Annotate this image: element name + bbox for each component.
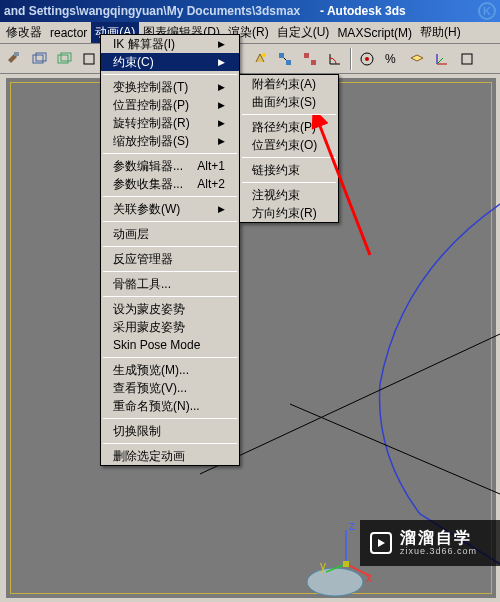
tool-hammer[interactable] [2, 47, 26, 71]
menu-separator [103, 196, 237, 197]
watermark: 溜溜自学 zixue.3d66.com [360, 520, 500, 566]
svg-point-23 [365, 57, 369, 61]
menu-customize[interactable]: 自定义(U) [273, 22, 334, 43]
menu-item[interactable]: 位置控制器(P)▶ [101, 96, 239, 114]
menu-separator [242, 182, 336, 183]
svg-rect-1 [33, 55, 43, 63]
menu-help[interactable]: 帮助(H) [416, 22, 465, 43]
svg-line-19 [284, 58, 286, 60]
submenu-arrow-icon: ▶ [210, 82, 225, 92]
svg-point-16 [262, 53, 266, 57]
submenu-arrow-icon: ▶ [210, 57, 225, 67]
svg-rect-5 [84, 54, 94, 64]
tool-box2[interactable] [52, 47, 76, 71]
submenu-item[interactable]: 位置约束(O) [240, 136, 338, 154]
tool-layer[interactable] [405, 47, 429, 71]
svg-text:%: % [385, 52, 396, 66]
menu-separator [242, 114, 336, 115]
menu-item[interactable]: IK 解算器(I)▶ [101, 35, 239, 53]
svg-rect-3 [58, 55, 68, 63]
menu-separator [242, 157, 336, 158]
svg-rect-17 [279, 53, 284, 58]
tool-percent[interactable]: % [380, 47, 404, 71]
svg-rect-0 [14, 52, 19, 56]
menubar: 修改器 reactor 动画(A) 图表编辑器(D) 渲染(R) 自定义(U) … [0, 22, 500, 44]
tool-angle[interactable] [323, 47, 347, 71]
menu-item[interactable]: 删除选定动画 [101, 447, 239, 465]
constraint-submenu-popup: 附着约束(A)曲面约束(S)路径约束(P)位置约束(O)链接约束注视约束方向约束… [239, 74, 339, 223]
submenu-arrow-icon: ▶ [210, 100, 225, 110]
submenu-item[interactable]: 路径约束(P) [240, 118, 338, 136]
tool-box1[interactable] [27, 47, 51, 71]
menu-item[interactable]: 变换控制器(T)▶ [101, 78, 239, 96]
svg-rect-2 [36, 53, 46, 61]
title-path: and Settings\wangqingyuan\My Documents\3… [4, 4, 300, 18]
menu-shortcut: Alt+1 [189, 159, 225, 173]
svg-rect-21 [311, 60, 316, 65]
tool-link[interactable] [273, 47, 297, 71]
tool-misc[interactable] [455, 47, 479, 71]
watermark-url: zixue.3d66.com [400, 547, 477, 557]
system-icon[interactable]: K [478, 2, 496, 20]
watermark-brand: 溜溜自学 [400, 529, 477, 547]
tool-create[interactable] [248, 47, 272, 71]
menu-separator [103, 153, 237, 154]
submenu-arrow-icon: ▶ [210, 136, 225, 146]
svg-rect-28 [462, 54, 472, 64]
title-app: - Autodesk 3ds [320, 4, 406, 18]
menu-item[interactable]: 约束(C)▶ [101, 53, 239, 71]
tool-render1[interactable] [355, 47, 379, 71]
submenu-item[interactable]: 注视约束 [240, 186, 338, 204]
submenu-item[interactable]: 链接约束 [240, 161, 338, 179]
svg-rect-4 [61, 53, 71, 61]
menu-item[interactable]: 旋转控制器(R)▶ [101, 114, 239, 132]
menu-item[interactable]: 动画层 [101, 225, 239, 243]
tool-box3[interactable] [77, 47, 101, 71]
menu-separator [103, 418, 237, 419]
menu-separator [103, 271, 237, 272]
menu-item[interactable]: 采用蒙皮姿势 [101, 318, 239, 336]
menu-maxscript[interactable]: MAXScript(M) [333, 24, 416, 42]
tool-unlink[interactable] [298, 47, 322, 71]
menu-item[interactable]: 设为蒙皮姿势 [101, 300, 239, 318]
menu-item[interactable]: 切换限制 [101, 422, 239, 440]
submenu-arrow-icon: ▶ [210, 118, 225, 128]
tool-axis[interactable] [430, 47, 454, 71]
menu-item[interactable]: 参数收集器...Alt+2 [101, 175, 239, 193]
menu-modifiers[interactable]: 修改器 [2, 22, 46, 43]
menu-item[interactable]: 关联参数(W)▶ [101, 200, 239, 218]
menu-item[interactable]: 缩放控制器(S)▶ [101, 132, 239, 150]
window-titlebar: and Settings\wangqingyuan\My Documents\3… [0, 0, 500, 22]
menu-item[interactable]: 生成预览(M)... [101, 361, 239, 379]
animation-menu-popup: IK 解算器(I)▶约束(C)▶变换控制器(T)▶位置控制器(P)▶旋转控制器(… [100, 34, 240, 466]
svg-rect-18 [286, 60, 291, 65]
svg-rect-20 [304, 53, 309, 58]
menu-item[interactable]: 查看预览(V)... [101, 379, 239, 397]
submenu-arrow-icon: ▶ [210, 204, 225, 214]
menu-item[interactable]: 重命名预览(N)... [101, 397, 239, 415]
submenu-item[interactable]: 曲面约束(S) [240, 93, 338, 111]
menu-reactor[interactable]: reactor [46, 24, 91, 42]
submenu-arrow-icon: ▶ [210, 39, 225, 49]
play-icon [370, 532, 392, 554]
menu-separator [103, 296, 237, 297]
menu-separator [103, 246, 237, 247]
toolbar-separator-2 [350, 48, 352, 70]
menu-separator [103, 357, 237, 358]
menu-separator [103, 443, 237, 444]
menu-shortcut: Alt+2 [189, 177, 225, 191]
menu-item[interactable]: 参数编辑器...Alt+1 [101, 157, 239, 175]
toolbar-right: % [246, 44, 500, 74]
menu-separator [103, 74, 237, 75]
submenu-item[interactable]: 方向约束(R) [240, 204, 338, 222]
menu-separator [103, 221, 237, 222]
menu-item[interactable]: Skin Pose Mode [101, 336, 239, 354]
menu-item[interactable]: 反应管理器 [101, 250, 239, 268]
svg-line-27 [437, 58, 443, 64]
submenu-item[interactable]: 附着约束(A) [240, 75, 338, 93]
menu-item[interactable]: 骨骼工具... [101, 275, 239, 293]
